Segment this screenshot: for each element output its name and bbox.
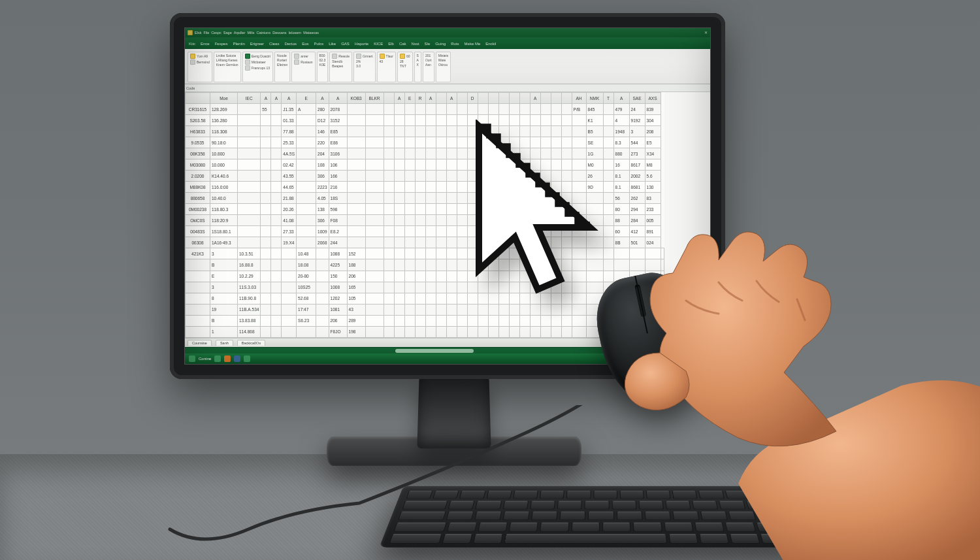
cell[interactable] bbox=[271, 104, 282, 115]
cell[interactable] bbox=[384, 148, 394, 159]
cell[interactable] bbox=[530, 315, 540, 326]
cell[interactable]: S6.23 bbox=[297, 315, 316, 326]
cell[interactable]: 3 bbox=[629, 126, 645, 137]
cell[interactable] bbox=[551, 271, 561, 282]
table-row[interactable]: 1911B.A.53417:47108143 bbox=[186, 304, 664, 315]
cell[interactable] bbox=[365, 193, 384, 204]
cell[interactable] bbox=[467, 304, 478, 315]
cell[interactable] bbox=[509, 104, 519, 115]
cell[interactable] bbox=[572, 271, 586, 282]
cell[interactable] bbox=[519, 148, 530, 159]
cell[interactable] bbox=[561, 315, 572, 326]
cell[interactable] bbox=[488, 215, 498, 226]
cell[interactable] bbox=[316, 293, 329, 304]
cell[interactable] bbox=[498, 159, 509, 171]
cell[interactable] bbox=[467, 259, 478, 271]
cell[interactable]: 52.68 bbox=[297, 293, 316, 304]
cell[interactable]: 220 bbox=[316, 137, 329, 148]
cell[interactable] bbox=[425, 326, 436, 337]
cell[interactable] bbox=[436, 193, 446, 204]
sheet-tab[interactable]: Counsise bbox=[188, 340, 212, 346]
cell[interactable] bbox=[551, 137, 561, 148]
column-header[interactable] bbox=[478, 93, 488, 104]
cell[interactable] bbox=[509, 204, 519, 215]
cell[interactable] bbox=[415, 193, 425, 204]
cell[interactable]: 280 bbox=[316, 104, 329, 115]
cell[interactable] bbox=[394, 171, 404, 182]
menu-item[interactable]: KICE bbox=[374, 42, 383, 46]
cell[interactable] bbox=[446, 115, 457, 126]
column-header[interactable] bbox=[509, 93, 519, 104]
cell[interactable] bbox=[586, 282, 603, 293]
cell[interactable]: 105 bbox=[347, 293, 365, 304]
cell[interactable] bbox=[394, 282, 404, 293]
cell[interactable] bbox=[488, 326, 498, 337]
cell[interactable]: 01.33 bbox=[282, 115, 297, 126]
cell[interactable]: 9192 bbox=[629, 115, 645, 126]
cell[interactable] bbox=[365, 159, 384, 171]
cell[interactable] bbox=[238, 115, 261, 126]
cell[interactable] bbox=[519, 137, 530, 148]
cell[interactable] bbox=[603, 248, 613, 259]
cell[interactable] bbox=[586, 215, 603, 226]
table-row[interactable]: 2.0200K14.40.643.55306166268.120025.6 bbox=[186, 171, 664, 182]
cell[interactable]: 204 bbox=[316, 148, 329, 159]
cell[interactable] bbox=[519, 115, 530, 126]
cell[interactable]: 208 bbox=[645, 126, 661, 137]
cell[interactable] bbox=[498, 293, 509, 304]
cell[interactable] bbox=[530, 182, 540, 193]
cell[interactable] bbox=[551, 326, 561, 337]
cell[interactable] bbox=[238, 193, 261, 204]
cell[interactable] bbox=[519, 315, 530, 326]
cell[interactable]: 206 bbox=[329, 315, 347, 326]
cell[interactable] bbox=[415, 182, 425, 193]
start-icon[interactable] bbox=[189, 355, 195, 362]
cell[interactable] bbox=[404, 248, 415, 259]
cell[interactable] bbox=[561, 259, 572, 271]
cell[interactable] bbox=[425, 148, 436, 159]
menu-item[interactable]: Ruts bbox=[451, 42, 459, 46]
cell[interactable] bbox=[446, 293, 457, 304]
menu-item[interactable]: Haporte bbox=[355, 42, 368, 46]
cell[interactable] bbox=[384, 293, 394, 304]
cell[interactable]: 005 bbox=[645, 215, 661, 226]
title-item[interactable]: Ielosern bbox=[289, 31, 302, 35]
cell[interactable] bbox=[572, 182, 586, 193]
cell[interactable] bbox=[467, 282, 478, 293]
cell[interactable] bbox=[530, 326, 540, 337]
cell[interactable]: 501 bbox=[629, 237, 645, 248]
cell[interactable] bbox=[509, 215, 519, 226]
cell[interactable] bbox=[404, 293, 415, 304]
cell[interactable] bbox=[457, 271, 467, 282]
cell[interactable] bbox=[425, 248, 436, 259]
cell[interactable] bbox=[478, 148, 488, 159]
cell[interactable] bbox=[394, 126, 404, 137]
column-header[interactable]: T bbox=[603, 93, 613, 104]
cell[interactable] bbox=[446, 215, 457, 226]
cell[interactable] bbox=[561, 182, 572, 193]
cell[interactable] bbox=[316, 282, 329, 293]
cell[interactable]: 114.868 bbox=[238, 326, 261, 337]
cell[interactable] bbox=[347, 104, 365, 115]
cell[interactable] bbox=[551, 304, 561, 315]
task-icon[interactable] bbox=[234, 355, 240, 362]
cell[interactable]: B bbox=[210, 315, 238, 326]
cell[interactable] bbox=[561, 282, 572, 293]
cell[interactable] bbox=[586, 204, 603, 215]
column-header[interactable]: BLKR bbox=[365, 93, 384, 104]
cell[interactable] bbox=[561, 171, 572, 182]
cell[interactable] bbox=[425, 126, 436, 137]
cell[interactable] bbox=[271, 215, 282, 226]
cell[interactable] bbox=[530, 148, 540, 159]
title-item[interactable]: Cespc bbox=[211, 31, 221, 35]
cell[interactable] bbox=[540, 282, 551, 293]
cell[interactable]: 27.33 bbox=[282, 226, 297, 237]
cell[interactable] bbox=[540, 193, 551, 204]
cell[interactable] bbox=[478, 271, 488, 282]
cell[interactable]: 304 bbox=[645, 115, 661, 126]
cell[interactable] bbox=[467, 137, 478, 148]
cell[interactable] bbox=[488, 315, 498, 326]
title-item[interactable]: Elsk bbox=[195, 31, 201, 35]
cell[interactable] bbox=[446, 271, 457, 282]
cell[interactable]: 56 bbox=[613, 193, 629, 204]
